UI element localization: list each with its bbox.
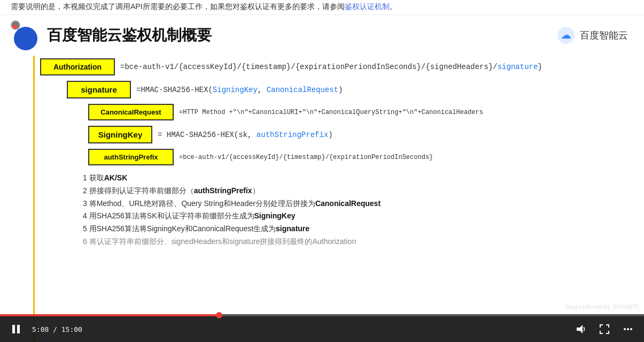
tag-authorization: Authorization [40, 58, 115, 75]
video-controls: 5:08 / 15:00 [0, 314, 644, 342]
svg-rect-3 [17, 325, 20, 333]
step-item-1: 1 获取AK/SK [83, 172, 633, 185]
formula-canonical-request: CanonicalRequest =HTTP Method +"\n"+Cano… [40, 104, 633, 120]
step-num-5: 5 [83, 224, 89, 233]
all-content: Authorization =bce-auth-v1/{accessKeyId}… [0, 56, 644, 248]
time-separator: / [53, 325, 61, 333]
pause-icon [11, 324, 21, 335]
header-row: 百度智能云鉴权机制概要 ☁ 百度智能云 [0, 15, 644, 56]
step-item-6: 6 将认证字符串前缀部分、signedHeaders和signature拼接得到… [83, 235, 633, 248]
diagram-area: Authorization =bce-auth-v1/{accessKeyId}… [0, 56, 644, 342]
top-text-suffix: 。 [390, 2, 397, 11]
tag-canonical-request: CanonicalRequest [88, 104, 174, 120]
signing-key-equation: = HMAC-SHA256-HEX(sk, authStringPrefix) [158, 131, 333, 139]
header-left: 百度智能云鉴权机制概要 [11, 20, 212, 50]
step-bold-2: authStringPrefix [194, 186, 252, 195]
step-item-5: 5 用SHA256算法将SigningKey和CanonicalRequest生… [83, 223, 633, 235]
step-bold-1: AK/SK [104, 173, 128, 182]
top-text-link[interactable]: 鉴权认证机制 [345, 2, 390, 11]
formula-authorization: Authorization =bce-auth-v1/{accessKeyId}… [40, 58, 633, 75]
svg-point-7 [630, 328, 632, 330]
top-text-content: 需要说明的是，本视频仅完成了调用API所需要的必要工作，如果您对鉴权认证有更多的… [11, 2, 345, 11]
top-text-bar: 需要说明的是，本视频仅完成了调用API所需要的必要工作，如果您对鉴权认证有更多的… [0, 0, 644, 15]
brand-icon: ☁ [556, 26, 576, 45]
step-num-3: 3 [83, 199, 89, 208]
step-text-2: 拼接得到认证字符串前缀部分（ [89, 186, 194, 195]
step-bold-5: signature [276, 224, 309, 233]
tag-auth-string-prefix: authStringPrefix [88, 149, 174, 165]
formula-auth-string-prefix: authStringPrefix =bce-auth-v1/{accessKey… [40, 149, 633, 165]
step-item-2: 2 拼接得到认证字符串前缀部分（authStringPrefix） [83, 185, 633, 197]
step-text-6: 将认证字符串前缀部分、signedHeaders和signature拼接得到最终… [89, 237, 356, 246]
step-item-4: 4 用SHA256算法将SK和认证字符串前缀部分生成为SigningKey [83, 210, 633, 223]
brand-logo: ☁ 百度智能云 [556, 26, 628, 45]
steps-list: 1 获取AK/SK 2 拼接得到认证字符串前缀部分（authStringPref… [40, 172, 633, 248]
svg-marker-4 [577, 325, 583, 333]
timeline-line [33, 56, 35, 342]
tag-signing-key: SigningKey [88, 126, 152, 143]
pause-button[interactable] [9, 322, 24, 337]
authorization-equation: =bce-auth-v1/{accessKeyId}/{timestamp}/{… [120, 63, 542, 71]
formula-signing-key: SigningKey = HMAC-SHA256-HEX(sk, authStr… [40, 126, 633, 143]
svg-rect-2 [12, 325, 15, 333]
dot-red [13, 25, 17, 29]
step-text-5: 用SHA256算法将SigningKey和CanonicalRequest生成为 [89, 224, 276, 233]
step-num-4: 4 [83, 211, 89, 220]
step-num-2: 2 [83, 186, 89, 195]
volume-icon [576, 324, 586, 335]
volume-button[interactable] [573, 322, 588, 337]
current-time: 5:08 [32, 325, 49, 333]
svg-point-6 [627, 328, 629, 330]
more-options-icon [623, 324, 633, 335]
step-text-3: 将Method、URL绝对路径、Query String和Header分别处理后… [89, 199, 315, 208]
time-display: 5:08 / 15:00 [32, 325, 82, 333]
progress-bar[interactable] [0, 314, 644, 316]
canonical-request-equation: =HTTP Method +"\n"+CanonicalURI+"\n"+Can… [179, 109, 483, 116]
circle-blue [14, 27, 37, 50]
brand-name: 百度智能云 [580, 29, 628, 42]
formula-signature: signature =HMAC-SHA256-HEX(SigningKey, C… [40, 81, 633, 98]
step-num-1: 1 [83, 173, 89, 182]
video-container: 需要说明的是，本视频仅完成了调用API所需要的必要工作，如果您对鉴权认证有更多的… [0, 0, 644, 342]
watermark: blog.csdn.net/qq_35415875 [566, 303, 639, 310]
step-num-6: 6 [83, 237, 89, 246]
svg-point-5 [624, 328, 626, 330]
progress-dot [216, 312, 222, 318]
progress-fill [0, 314, 219, 316]
page-title: 百度智能云鉴权机制概要 [47, 25, 212, 45]
controls-row: 5:08 / 15:00 [0, 316, 644, 342]
header-icon-area [11, 20, 41, 50]
step-bold-4: SigningKey [254, 211, 296, 220]
more-options-button[interactable] [620, 322, 635, 337]
step-text-4: 用SHA256算法将SK和认证字符串前缀部分生成为 [89, 211, 254, 220]
step-bold-3: CanonicalRequest [315, 199, 381, 208]
step-item-3: 3 将Method、URL绝对路径、Query String和Header分别处… [83, 197, 633, 210]
total-time: 15:00 [61, 325, 82, 333]
tag-signature: signature [67, 81, 131, 98]
fullscreen-icon [599, 324, 610, 335]
fullscreen-button[interactable] [597, 322, 612, 337]
svg-text:☁: ☁ [561, 29, 571, 41]
signature-equation: =HMAC-SHA256-HEX(SigningKey, CanonicalRe… [136, 86, 343, 94]
step-text-1: 获取 [89, 173, 104, 182]
auth-string-prefix-equation: =bce-auth-v1/{accessKeyId}/{timestamp}/{… [179, 154, 433, 161]
